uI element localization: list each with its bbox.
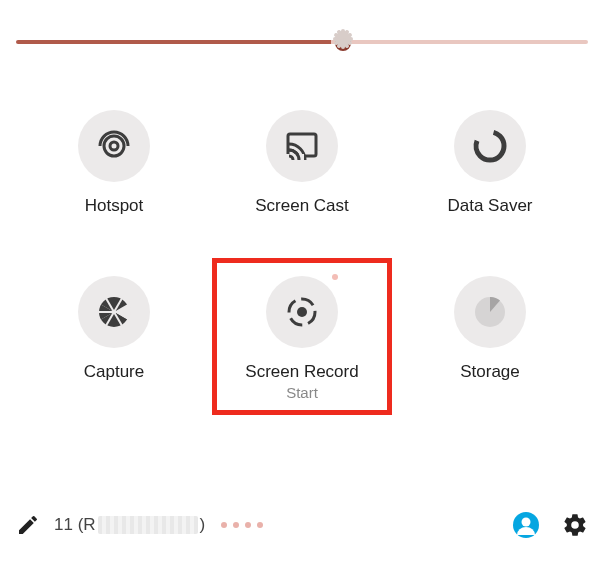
tile-label: Storage bbox=[460, 362, 520, 382]
svg-point-13 bbox=[522, 518, 531, 527]
bottom-bar: 11 (R ) bbox=[16, 507, 588, 543]
svg-point-4 bbox=[470, 126, 510, 166]
tile-label: Screen Record bbox=[245, 362, 358, 382]
tile-sublabel: Start bbox=[286, 384, 318, 401]
svg-point-1 bbox=[104, 136, 124, 156]
tile-screen-cast[interactable]: Screen Cast bbox=[208, 110, 396, 216]
storage-pie-icon bbox=[454, 276, 526, 348]
record-icon bbox=[266, 276, 338, 348]
tile-capture[interactable]: Capture bbox=[20, 276, 208, 401]
quick-settings-grid: Hotspot Screen Cast Data Saver bbox=[0, 110, 604, 401]
cast-icon bbox=[266, 110, 338, 182]
tile-label: Data Saver bbox=[447, 196, 532, 216]
notification-dot bbox=[332, 274, 338, 280]
tile-label: Capture bbox=[84, 362, 144, 382]
tile-label: Screen Cast bbox=[255, 196, 349, 216]
tile-label: Hotspot bbox=[85, 196, 144, 216]
svg-point-10 bbox=[297, 307, 307, 317]
page-indicator[interactable] bbox=[221, 522, 263, 528]
brightness-slider-track[interactable] bbox=[16, 40, 588, 44]
edit-icon[interactable] bbox=[16, 513, 40, 537]
tile-data-saver[interactable]: Data Saver bbox=[396, 110, 584, 216]
version-text: 11 (R ) bbox=[54, 515, 205, 535]
aperture-icon bbox=[78, 276, 150, 348]
tile-screen-record[interactable]: Screen Record Start bbox=[208, 276, 396, 401]
settings-icon[interactable] bbox=[562, 512, 588, 538]
svg-rect-3 bbox=[286, 154, 304, 164]
account-icon[interactable] bbox=[512, 511, 540, 539]
data-saver-icon bbox=[454, 110, 526, 182]
tile-storage[interactable]: Storage bbox=[396, 276, 584, 401]
svg-point-0 bbox=[110, 142, 118, 150]
tile-hotspot[interactable]: Hotspot bbox=[20, 110, 208, 216]
brightness-slider-thumb[interactable] bbox=[326, 26, 360, 60]
redacted-text bbox=[98, 516, 198, 534]
hotspot-icon bbox=[78, 110, 150, 182]
